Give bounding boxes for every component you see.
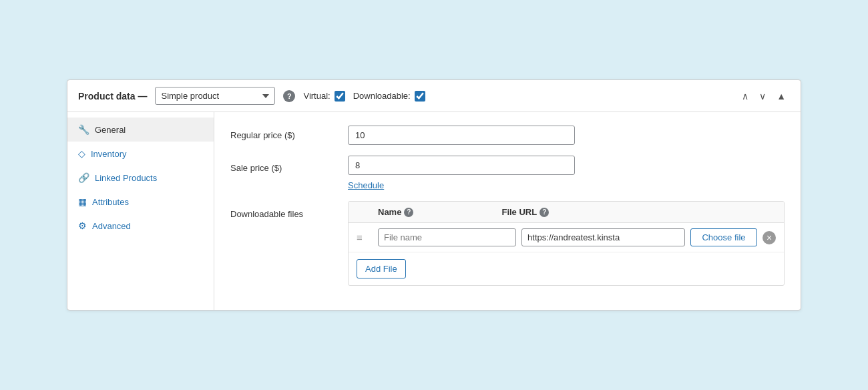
inventory-icon: ◇ — [78, 148, 85, 159]
product-type-select[interactable]: Simple product Variable product Grouped … — [155, 87, 275, 105]
table-row: ≡ Choose file × — [349, 223, 784, 252]
virtual-checkbox[interactable] — [335, 91, 345, 102]
wrench-icon: 🔧 — [78, 124, 89, 135]
downloadable-files-table: Name ? File URL ? ≡ — [348, 201, 785, 286]
product-data-panel: Product data — Simple product Variable p… — [67, 79, 801, 311]
downloadable-checkbox-group: Downloadable: — [353, 91, 425, 102]
gear-icon: ⚙ — [78, 220, 87, 231]
regular-price-input[interactable] — [348, 126, 575, 145]
add-file-button[interactable]: Add File — [357, 259, 406, 278]
panel-header: Product data — Simple product Variable p… — [67, 80, 801, 112]
col-name-header: Name ? — [378, 207, 501, 217]
collapse-button[interactable]: ▲ — [773, 89, 790, 104]
sidebar-label-linked-products: Linked Products — [95, 173, 157, 183]
virtual-checkbox-group: Virtual: — [303, 91, 345, 102]
sidebar-label-general: General — [95, 125, 126, 135]
panel-body: 🔧 General ◇ Inventory 🔗 Linked Products … — [67, 112, 801, 310]
sale-price-label: Sale price ($) — [230, 158, 337, 173]
schedule-link[interactable]: Schedule — [348, 180, 384, 190]
attributes-icon: ▦ — [78, 196, 87, 207]
downloadable-files-label: Downloadable files — [230, 201, 337, 219]
sidebar-item-attributes[interactable]: ▦ Attributes — [67, 190, 214, 214]
scroll-up-button[interactable]: ∧ — [738, 89, 752, 104]
sidebar-item-linked-products[interactable]: 🔗 Linked Products — [67, 166, 214, 190]
name-help-icon[interactable]: ? — [404, 208, 413, 217]
downloadable-checkbox[interactable] — [415, 91, 425, 102]
sidebar-item-general[interactable]: 🔧 General — [67, 118, 214, 142]
regular-price-label: Regular price ($) — [230, 126, 337, 140]
sidebar-item-inventory[interactable]: ◇ Inventory — [67, 142, 214, 166]
remove-file-button[interactable]: × — [763, 231, 776, 244]
panel-title: Product data — — [78, 91, 147, 102]
virtual-label: Virtual: — [303, 91, 330, 101]
table-header: Name ? File URL ? — [349, 202, 784, 223]
file-name-input[interactable] — [378, 228, 516, 246]
panel-header-actions: ∧ ∨ ▲ — [738, 89, 790, 104]
sale-price-row: Sale price ($) Schedule — [230, 156, 785, 190]
col-url-header: File URL ? — [501, 207, 650, 217]
sidebar-label-inventory: Inventory — [91, 149, 126, 159]
link-icon: 🔗 — [78, 172, 89, 183]
file-url-input[interactable] — [521, 228, 685, 246]
sidebar-label-advanced: Advanced — [92, 221, 131, 231]
sidebar-label-attributes: Attributes — [92, 197, 129, 207]
content-area: Regular price ($) Sale price ($) Schedul… — [214, 112, 801, 310]
url-help-icon[interactable]: ? — [539, 208, 549, 217]
choose-file-button[interactable]: Choose file — [690, 228, 757, 246]
add-file-area: Add File — [349, 252, 784, 285]
regular-price-row: Regular price ($) — [230, 126, 785, 145]
sidebar: 🔧 General ◇ Inventory 🔗 Linked Products … — [67, 112, 214, 310]
sale-price-input[interactable] — [348, 156, 575, 175]
downloadable-label: Downloadable: — [353, 91, 411, 101]
scroll-down-button[interactable]: ∨ — [755, 89, 770, 104]
downloadable-files-section: Downloadable files Name ? File URL ? — [230, 201, 785, 286]
product-type-help-icon[interactable]: ? — [283, 90, 295, 102]
drag-handle-icon[interactable]: ≡ — [357, 232, 378, 243]
sidebar-item-advanced[interactable]: ⚙ Advanced — [67, 214, 214, 238]
